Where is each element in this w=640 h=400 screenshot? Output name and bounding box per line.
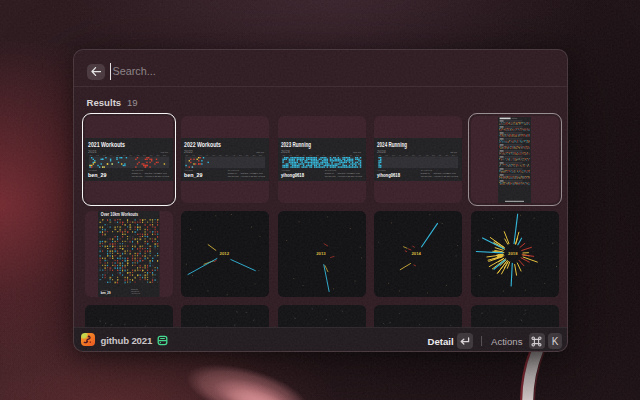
svg-text:2022: 2022 [184, 149, 194, 154]
svg-text:Over 10km Workouts: Over 10km Workouts [101, 212, 139, 217]
svg-text:2024 Running: 2024 Running [377, 141, 407, 149]
svg-text:Nov: Nov [349, 153, 352, 155]
svg-text:Max 21.1 km: Max 21.1 km [228, 175, 239, 177]
svg-text:ben_29: ben_29 [101, 291, 111, 295]
svg-text:STATISTICS: STATISTICS [228, 168, 240, 170]
svg-text:2024: 2024 [377, 149, 387, 154]
svg-text:Dec: Dec [356, 153, 359, 155]
svg-text:Max 21.1 km: Max 21.1 km [325, 175, 336, 177]
svg-text:May: May [309, 153, 312, 155]
svg-text:Number 74: Number 74 [325, 172, 334, 174]
svg-text:Avg 6.3 km: Avg 6.3 km [254, 172, 264, 174]
svg-text:Aug: Aug [233, 153, 236, 155]
svg-text:ben_29: ben_29 [184, 173, 203, 178]
svg-text:Aug: Aug [329, 153, 332, 155]
svg-text:Jun: Jun [316, 153, 319, 155]
svg-text:STATISTICS: STATISTICS [421, 168, 433, 170]
svg-text:Feb: Feb [385, 153, 388, 155]
svg-text:Nov: Nov [253, 153, 256, 155]
svg-text:Time 49:05:11: Time 49:05:11 [447, 175, 459, 177]
svg-text:Apr: Apr [399, 153, 402, 155]
svg-text:Apr: Apr [302, 153, 305, 155]
svg-text:STATISTICS: STATISTICS [325, 168, 337, 170]
svg-text:Aug: Aug [426, 153, 429, 155]
svg-text:Jan: Jan [379, 153, 382, 155]
svg-text:2013: 2013 [316, 251, 326, 256]
svg-text:May: May [212, 153, 215, 155]
svg-text:2012: 2012 [220, 250, 230, 255]
svg-text:Dec: Dec [452, 153, 455, 155]
svg-text:Jan: Jan [282, 153, 285, 155]
svg-text:Number 74: Number 74 [228, 172, 237, 174]
svg-text:Dec: Dec [259, 153, 262, 155]
svg-text:Mar: Mar [296, 153, 299, 155]
svg-text:2023: 2023 [281, 149, 291, 154]
svg-text:ATHLETE: ATHLETE [377, 168, 386, 170]
svg-text:Feb: Feb [192, 153, 195, 155]
svg-text:ATHLETE: ATHLETE [184, 168, 193, 170]
svg-text:Apr: Apr [206, 153, 209, 155]
svg-text:2023 Running: 2023 Running [281, 141, 311, 149]
svg-text:Avg 6.3 km: Avg 6.3 km [447, 172, 457, 174]
svg-text:Mar: Mar [199, 153, 202, 155]
svg-text:Jun: Jun [219, 153, 222, 155]
svg-text:May: May [405, 153, 408, 155]
svg-text:Jan: Jan [186, 153, 189, 155]
svg-text:ATHLETE: ATHLETE [281, 168, 290, 170]
svg-text:2014: 2014 [412, 250, 422, 255]
svg-text:Jun: Jun [412, 153, 415, 155]
svg-text:Time 49:05:11: Time 49:05:11 [350, 175, 362, 177]
svg-text:2022 Workouts: 2022 Workouts [184, 141, 221, 148]
svg-text:Avg Pace 6:22: Avg Pace 6:22 [337, 175, 349, 177]
svg-text:Nov: Nov [446, 153, 449, 155]
svg-text:yihong0618: yihong0618 [281, 173, 304, 178]
svg-text:Sep: Sep [432, 153, 435, 155]
svg-text:Max 21.1 km: Max 21.1 km [421, 175, 432, 177]
svg-text:Number 26: Number 26 [131, 289, 138, 290]
svg-text:Number 74: Number 74 [421, 172, 430, 174]
svg-text:Time 49:05:11: Time 49:05:11 [254, 175, 266, 177]
svg-text:yihong0618: yihong0618 [377, 173, 400, 178]
svg-text:Avg Pace 6:22: Avg Pace 6:22 [241, 175, 253, 177]
svg-text:Avg 6.3 km: Avg 6.3 km [350, 172, 360, 174]
svg-text:Sep: Sep [239, 153, 242, 155]
svg-text:Mar: Mar [392, 153, 395, 155]
svg-text:Feb: Feb [289, 153, 292, 155]
svg-text:Sep: Sep [336, 153, 339, 155]
svg-text:Avg Pace 6:22: Avg Pace 6:22 [434, 175, 446, 177]
svg-text:2018: 2018 [508, 250, 518, 255]
